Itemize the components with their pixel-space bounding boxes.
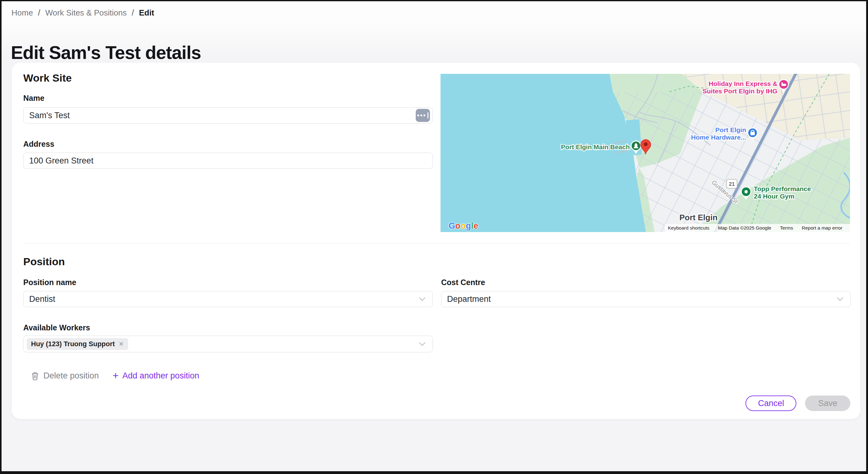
position-name-value: Dentist [29,294,55,304]
svg-text:Suites Port Elgin by IHG: Suites Port Elgin by IHG [702,88,777,95]
position-row-actions: Delete position + Add another position [31,371,199,381]
dot-icon [424,115,425,116]
position-name-label: Position name [23,278,76,287]
chevron-down-icon [837,295,843,301]
google-logo: Google [448,221,478,231]
cancel-button[interactable]: Cancel [745,396,796,411]
available-workers-select[interactable]: Huy (123) Truong Support ✕ [23,336,433,352]
logo-letter: o [461,221,466,230]
position-name-select[interactable]: Dentist [23,291,433,307]
app-window: Home / Work Sites & Positions / Edit Edi… [0,0,868,474]
remove-tag-icon[interactable]: ✕ [119,340,124,348]
add-another-position-button[interactable]: + Add another position [113,371,199,381]
delete-position-button[interactable]: Delete position [31,371,99,381]
logo-letter: g [466,221,471,230]
dot-icon [420,115,422,116]
form-footer-actions: Cancel Save [745,396,850,411]
terms-link[interactable]: Terms [780,225,793,231]
svg-text:Holiday Inn Express &: Holiday Inn Express & [709,80,777,87]
svg-text:21: 21 [729,181,735,187]
beach-poi-label[interactable]: Port Elgin Main Beach [561,143,630,151]
save-button[interactable]: Save [805,396,850,411]
svg-text:Home Hardware...: Home Hardware... [691,134,746,141]
section-divider [23,244,850,244]
svg-text:Port Elgin: Port Elgin [715,126,746,133]
map-canvas: 21 Gustavus St Port Elgin Holiday Inn Ex… [440,74,850,232]
svg-text:Topp Performance: Topp Performance [754,185,811,192]
dot-icon [417,115,419,116]
delete-position-label: Delete position [43,371,99,381]
address-label: Address [23,139,54,149]
edit-form-card: Work Site Name Address [12,63,860,419]
breadcrumb: Home / Work Sites & Positions / Edit [11,8,154,18]
breadcrumb-separator: / [131,8,134,18]
cursor-bar-icon [428,112,428,119]
autofill-extension-icon[interactable] [416,109,430,122]
name-label: Name [23,94,44,103]
worker-tag-label: Huy (123) Truong Support [31,340,115,348]
breadcrumb-work-sites[interactable]: Work Sites & Positions [45,8,127,18]
plus-icon: + [113,370,119,381]
hotel-poi-label[interactable]: Holiday Inn Express & Suites Port Elgin … [702,80,777,95]
chevron-down-icon [419,295,425,301]
logo-letter: e [474,221,479,230]
worker-tag: Huy (123) Truong Support ✕ [27,338,128,350]
cost-centre-value: Department [447,294,491,304]
logo-letter: o [456,221,461,230]
breadcrumb-current: Edit [139,8,154,18]
work-site-heading: Work Site [23,72,72,84]
keyboard-shortcuts-link[interactable]: Keyboard shortcuts [668,225,710,231]
map-data-credit: Map Data ©2025 Google [718,225,772,231]
add-another-position-label: Add another position [122,371,199,381]
breadcrumb-home[interactable]: Home [11,8,33,18]
route-21-shield: 21 [726,179,737,188]
logo-letter: G [448,221,456,230]
available-workers-label: Available Workers [23,323,90,332]
report-map-error-link[interactable]: Report a map error [802,225,842,231]
svg-text:24 Hour Gym: 24 Hour Gym [754,193,795,200]
trash-icon [31,372,39,380]
chevron-down-icon [419,340,425,346]
map-attribution-bar: Keyboard shortcuts Map Data ©2025 Google… [665,224,850,232]
cost-centre-select[interactable]: Department [441,291,850,307]
google-map[interactable]: 21 Gustavus St Port Elgin Holiday Inn Ex… [440,74,850,232]
city-label: Port Elgin [679,213,717,222]
logo-letter: l [471,221,474,230]
page-title: Edit Sam's Test details [11,42,201,63]
address-input[interactable] [23,153,433,169]
name-field-wrap [23,107,433,123]
breadcrumb-separator: / [38,8,40,18]
position-heading: Position [23,256,65,268]
name-input[interactable] [23,107,433,123]
cost-centre-label: Cost Centre [441,278,485,287]
